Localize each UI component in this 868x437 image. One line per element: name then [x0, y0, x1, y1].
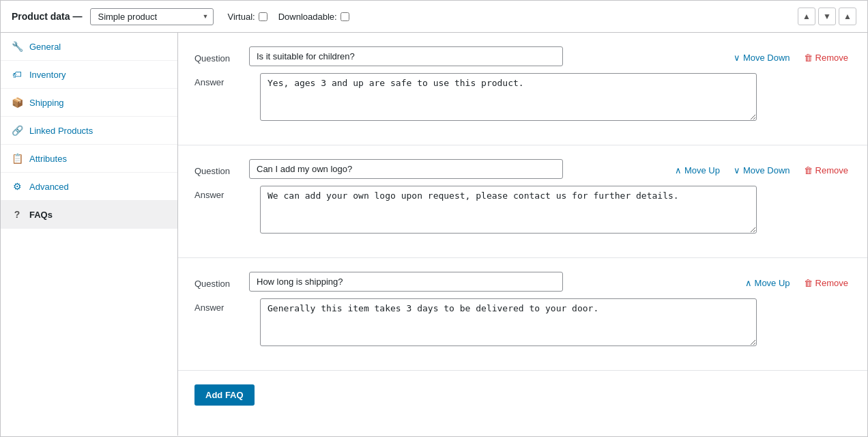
faq-answer-textarea-1[interactable]: Yes, ages 3 and up are safe to use this …: [260, 73, 757, 121]
sidebar-label-attributes: Attributes: [29, 154, 67, 164]
sidebar-item-general[interactable]: 🔧 General: [1, 33, 177, 61]
faq-answer-textarea-2[interactable]: We can add your own logo upon request, p…: [260, 186, 757, 234]
faq-question-wrap-1: [249, 46, 731, 66]
checkbox-group: Virtual: Downloadable:: [227, 12, 349, 22]
move-up-label-2: Move Up: [684, 165, 720, 175]
faq-answer-wrap-2: We can add your own logo upon request, p…: [260, 186, 851, 236]
sidebar-item-faqs[interactable]: ? FAQs: [1, 201, 177, 229]
sidebar-label-advanced: Advanced: [29, 182, 69, 192]
faq-answer-row-2: Answer We can add your own logo upon req…: [194, 186, 851, 236]
add-faq-button[interactable]: Add FAQ: [194, 384, 255, 406]
faq-actions-2: ∧ Move Up ∨ Move Down 🗑 Remove: [672, 161, 851, 177]
sidebar-item-linked-products[interactable]: 🔗 Linked Products: [1, 117, 177, 145]
faq-actions-3: ∧ Move Up 🗑 Remove: [742, 274, 851, 290]
remove-label-2: Remove: [815, 165, 848, 175]
sidebar-label-shipping: Shipping: [29, 98, 64, 108]
faq-answer-wrap-1: Yes, ages 3 and up are safe to use this …: [260, 73, 851, 123]
sidebar-item-inventory[interactable]: 🏷 Inventory: [1, 61, 177, 89]
sidebar-item-attributes[interactable]: 📋 Attributes: [1, 145, 177, 173]
downloadable-checkbox[interactable]: [341, 12, 349, 21]
shipping-icon: 📦: [12, 97, 23, 108]
gear-icon: ⚙: [12, 181, 23, 192]
move-up-button-3[interactable]: ∧ Move Up: [742, 277, 793, 290]
chevron-up-icon-2: ∧: [675, 165, 682, 175]
move-down-label-2: Move Down: [743, 165, 790, 175]
move-down-button-2[interactable]: ∨ Move Down: [731, 164, 793, 177]
faq-answer-row-1: Answer Yes, ages 3 and up are safe to us…: [194, 73, 851, 123]
faq-question-input-2[interactable]: [249, 159, 563, 179]
panel-title: Product data —: [12, 11, 82, 22]
virtual-checkbox[interactable]: [259, 12, 267, 21]
faq-question-input-1[interactable]: [249, 46, 563, 66]
faq-answer-textarea-3[interactable]: Generally this item takes 3 days to be d…: [260, 298, 757, 346]
header-nav: ▲ ▼ ▲: [798, 8, 856, 25]
main-content: Question ∨ Move Down 🗑 Remove: [178, 33, 867, 436]
trash-icon-2: 🗑: [804, 165, 813, 175]
remove-button-3[interactable]: 🗑 Remove: [801, 277, 851, 290]
faq-answer-wrap-3: Generally this item takes 3 days to be d…: [260, 298, 851, 348]
remove-button-2[interactable]: 🗑 Remove: [801, 164, 851, 177]
wrench-icon: 🔧: [12, 41, 23, 52]
chevron-down-icon-2: ∨: [734, 165, 740, 175]
move-up-button-2[interactable]: ∧ Move Up: [672, 164, 723, 177]
trash-icon-3: 🗑: [804, 278, 813, 288]
question-label-2: Question: [194, 162, 249, 176]
answer-label-1: Answer: [194, 73, 249, 87]
faq-answer-row-3: Answer Generally this item takes 3 days …: [194, 298, 851, 348]
nav-up-button[interactable]: ▲: [798, 8, 815, 25]
faq-block-2: Question ∧ Move Up ∨ Move Down: [178, 145, 867, 258]
answer-label-2: Answer: [194, 186, 249, 200]
move-down-label-1: Move Down: [743, 53, 790, 63]
attributes-icon: 📋: [12, 153, 23, 164]
product-type-select[interactable]: Simple product Variable product Grouped …: [90, 8, 214, 25]
faq-block-1: Question ∨ Move Down 🗑 Remove: [178, 33, 867, 145]
chevron-down-icon-1: ∨: [734, 53, 740, 63]
sidebar-label-linked-products: Linked Products: [29, 126, 93, 136]
link-icon: 🔗: [12, 125, 23, 136]
question-label-3: Question: [194, 274, 249, 289]
faq-question-wrap-3: [249, 272, 742, 292]
sidebar-label-faqs: FAQs: [29, 210, 53, 220]
nav-expand-button[interactable]: ▲: [839, 8, 856, 25]
remove-label-3: Remove: [815, 278, 848, 288]
question-label-1: Question: [194, 49, 249, 64]
move-up-label-3: Move Up: [755, 278, 790, 288]
move-down-button-1[interactable]: ∨ Move Down: [731, 51, 793, 64]
faq-block-3: Question ∧ Move Up 🗑 Remove: [178, 258, 867, 371]
trash-icon-1: 🗑: [804, 53, 813, 63]
nav-down-button[interactable]: ▼: [818, 8, 836, 25]
downloadable-label: Downloadable:: [278, 12, 349, 22]
sidebar-label-general: General: [29, 42, 61, 52]
faq-icon: ?: [12, 209, 23, 220]
faq-question-wrap-2: [249, 159, 672, 179]
faq-question-input-3[interactable]: [249, 272, 563, 292]
chevron-up-icon-3: ∧: [745, 278, 752, 288]
virtual-label: Virtual:: [227, 12, 267, 22]
remove-label-1: Remove: [815, 53, 848, 63]
remove-button-1[interactable]: 🗑 Remove: [801, 51, 851, 64]
sidebar: 🔧 General 🏷 Inventory 📦 Shipping 🔗 Linke…: [1, 33, 178, 436]
tag-icon: 🏷: [12, 69, 23, 80]
sidebar-label-inventory: Inventory: [29, 70, 66, 80]
answer-label-3: Answer: [194, 298, 249, 313]
faq-actions-1: ∨ Move Down 🗑 Remove: [731, 48, 851, 64]
sidebar-item-shipping[interactable]: 📦 Shipping: [1, 89, 177, 117]
product-type-wrapper: Simple product Variable product Grouped …: [90, 8, 214, 25]
sidebar-item-advanced[interactable]: ⚙ Advanced: [1, 173, 177, 201]
add-faq-wrapper: Add FAQ: [178, 371, 867, 419]
